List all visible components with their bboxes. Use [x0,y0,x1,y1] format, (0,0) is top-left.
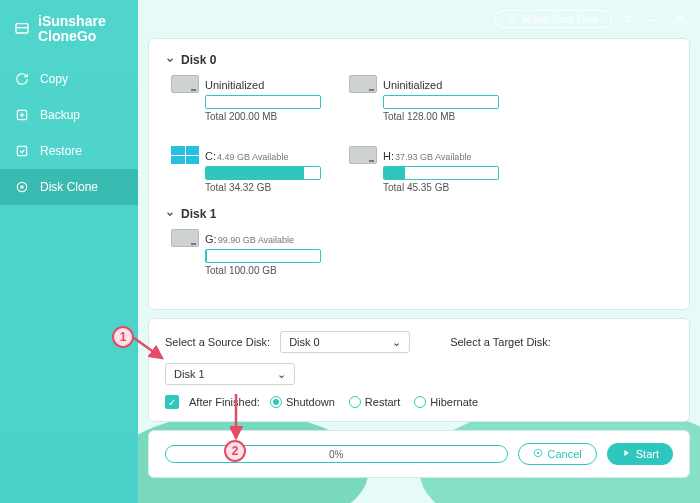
refresh-icon [14,71,30,87]
nav-label: Copy [40,72,68,86]
svg-point-4 [21,186,23,188]
after-finished-label: After Finished: [189,396,260,408]
cancel-button[interactable]: Cancel [518,443,597,465]
sidebar: iSunshare CloneGo Copy Backup Restore Di… [0,0,138,503]
nav-label: Backup [40,108,80,122]
app-name-1: iSunshare [38,14,106,29]
partition-total: Total 200.00 MB [205,111,321,122]
partition[interactable]: C:4.49 GB AvailableTotal 34.32 GB [171,146,321,193]
progress-text: 0% [329,449,343,460]
chevron-down-icon: ⌄ [277,368,286,381]
cancel-icon [533,448,543,460]
partition-total: Total 34.32 GB [205,182,321,193]
partition-available: 4.49 GB Available [217,152,288,162]
svg-point-5 [508,14,516,22]
nav-label: Disk Clone [40,180,98,194]
nav-copy[interactable]: Copy [0,61,138,97]
partition-total: Total 128.00 MB [383,111,499,122]
chevron-down-icon [165,209,175,219]
radio-hibernate[interactable]: Hibernate [414,396,478,408]
windows-icon [171,146,199,164]
target-disk-select[interactable]: Disk 1 ⌄ [165,363,295,385]
disk-name: Disk 0 [181,53,216,67]
menu-icon[interactable]: ≡ [624,11,632,27]
backup-icon [14,107,30,123]
partition[interactable]: UninitializedTotal 128.00 MB [349,75,499,122]
nav-label: Restore [40,144,82,158]
partition-title: H: [383,150,394,162]
partition-row: UninitializedTotal 200.00 MBUninitialize… [171,75,673,193]
chevron-down-icon [165,55,175,65]
drive-icon [171,229,199,247]
options-panel: Select a Source Disk: Disk 0 ⌄ Select a … [148,318,690,422]
app-logo: iSunshare CloneGo [0,0,138,61]
after-finished-checkbox[interactable]: ✓ [165,395,179,409]
disk-header[interactable]: Disk 1 [165,207,673,221]
usage-bar [383,95,499,109]
usage-bar [205,249,321,263]
make-boot-disk-button[interactable]: Make Boot Disk [494,10,612,28]
disk-header[interactable]: Disk 0 [165,53,673,67]
partition-total: Total 100.00 GB [205,265,321,276]
close-icon[interactable]: ✕ [674,11,686,27]
nav: Copy Backup Restore Disk Clone [0,61,138,205]
logo-icon [14,21,30,37]
main-area: Make Boot Disk ≡ — ✕ Disk 0Uninitialized… [138,0,700,503]
partition-title: Uninitialized [383,79,442,91]
target-disk-label: Select a Target Disk: [450,336,551,348]
svg-rect-2 [17,146,26,155]
partition-row: G:99.90 GB AvailableTotal 100.00 GB [171,229,673,276]
progress-bar: 0% [165,445,508,463]
minimize-icon[interactable]: — [646,11,660,27]
partition-title: G: [205,233,217,245]
partition-available: 37.93 GB Available [395,152,471,162]
nav-backup[interactable]: Backup [0,97,138,133]
annotation-1: 1 [112,326,134,348]
radio-shutdown[interactable]: Shutdown [270,396,335,408]
app-name-2: CloneGo [38,29,106,44]
titlebar: Make Boot Disk ≡ — ✕ [148,8,690,30]
start-button[interactable]: Start [607,443,673,465]
usage-bar [205,166,321,180]
usage-bar [383,166,499,180]
restore-icon [14,143,30,159]
partition[interactable]: G:99.90 GB AvailableTotal 100.00 GB [171,229,321,276]
partition[interactable]: H:37.93 GB AvailableTotal 45.35 GB [349,146,499,193]
annotation-2: 2 [224,440,246,462]
play-icon [621,448,631,460]
source-disk-select[interactable]: Disk 0 ⌄ [280,331,410,353]
drive-icon [171,75,199,93]
drive-icon [349,146,377,164]
radio-restart[interactable]: Restart [349,396,400,408]
disc-icon [507,13,517,25]
usage-bar [205,95,321,109]
after-action-radio-group: Shutdown Restart Hibernate [270,396,478,408]
nav-disk-clone[interactable]: Disk Clone [0,169,138,205]
chevron-down-icon: ⌄ [392,336,401,349]
nav-restore[interactable]: Restore [0,133,138,169]
partition-title: Uninitialized [205,79,264,91]
svg-point-3 [17,182,26,191]
disk-clone-icon [14,179,30,195]
drive-icon [349,75,377,93]
partition[interactable]: UninitializedTotal 200.00 MB [171,75,321,122]
svg-point-6 [511,17,513,19]
source-disk-label: Select a Source Disk: [165,336,270,348]
disks-panel: Disk 0UninitializedTotal 200.00 MBUninit… [148,38,690,310]
partition-title: C: [205,150,216,162]
partition-available: 99.90 GB Available [218,235,294,245]
partition-total: Total 45.35 GB [383,182,499,193]
disk-name: Disk 1 [181,207,216,221]
